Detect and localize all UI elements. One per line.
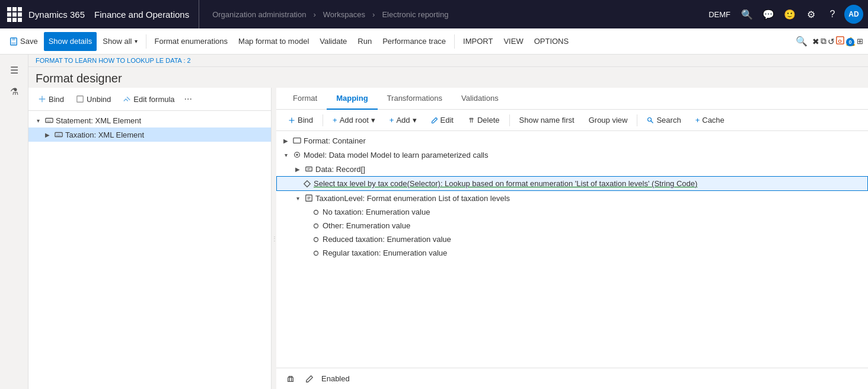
tab-format[interactable]: Format: [283, 88, 327, 110]
format-breadcrumb: FORMAT TO LEARN HOW TO LOOKUP LE DATA : …: [36, 57, 191, 64]
cross-icon[interactable]: ✖: [812, 37, 819, 46]
map-divider-1: [323, 114, 323, 126]
model-item-other[interactable]: Other: Enumeration value: [276, 219, 868, 232]
grid-icon[interactable]: ⊞: [857, 37, 863, 46]
page-title: Format designer: [36, 72, 861, 85]
company-code: DEMF: [709, 10, 730, 19]
breadcrumb-org[interactable]: Organization administration: [212, 10, 306, 19]
show-name-first-button[interactable]: Show name first: [515, 113, 579, 127]
model-item-model[interactable]: ▾ Model: Data model Model to learn param…: [276, 148, 868, 162]
svg-rect-5: [77, 96, 84, 103]
filter-icon[interactable]: ⚗: [4, 81, 25, 102]
tree-item-statement[interactable]: ▾ </> Statement: XML Element: [28, 113, 271, 127]
toolbar-divider-2: [454, 34, 455, 49]
run-button[interactable]: Run: [353, 32, 376, 51]
view-button[interactable]: VIEW: [499, 32, 528, 51]
add-plus-icon: +: [390, 116, 394, 125]
save-button[interactable]: Save: [5, 32, 43, 51]
validate-button[interactable]: Validate: [315, 32, 352, 51]
search-button[interactable]: Search: [642, 113, 685, 127]
enum-value-icon-1: [312, 208, 320, 216]
delete-button[interactable]: Delete: [463, 113, 505, 127]
edit-button[interactable]: Edit: [426, 113, 458, 127]
chat-icon[interactable]: 💬: [759, 5, 778, 24]
svg-rect-1: [12, 37, 15, 40]
refresh-icon[interactable]: ↺: [828, 37, 835, 46]
svg-point-10: [648, 117, 652, 121]
options-button[interactable]: OPTIONS: [529, 32, 574, 51]
main-layout: ☰ ⚗ FORMAT TO LEARN HOW TO LOOKUP LE DAT…: [0, 55, 868, 389]
taxationlevel-expand-icon[interactable]: ▾: [293, 193, 302, 203]
restore-icon[interactable]: ⧉: [821, 36, 826, 46]
bind-map-button[interactable]: Bind: [283, 113, 318, 127]
enum-value-icon-2: [312, 222, 320, 230]
right-panel: Format Mapping Transformations Validatio…: [276, 88, 868, 389]
tab-mapping[interactable]: Mapping: [327, 88, 377, 110]
data-expand-icon[interactable]: ▶: [293, 164, 302, 174]
smiley-icon[interactable]: 🙂: [780, 5, 799, 24]
import-button[interactable]: IMPORT: [458, 32, 497, 51]
bind-map-icon: [288, 117, 295, 124]
delete-bottom-icon: [286, 375, 295, 383]
breadcrumb-er[interactable]: Electronic reporting: [382, 10, 448, 19]
taxation-expand-icon[interactable]: ▶: [43, 130, 52, 139]
waffle-icon[interactable]: [5, 5, 24, 24]
hamburger-icon[interactable]: ☰: [4, 59, 25, 81]
performance-trace-button[interactable]: Performance trace: [378, 32, 451, 51]
breadcrumb: Organization administration › Workspaces…: [209, 10, 709, 19]
breadcrumb-sep2: ›: [372, 10, 375, 19]
model-item-data[interactable]: ▶ Data: Record[]: [276, 162, 868, 176]
help-icon[interactable]: ?: [823, 5, 842, 24]
model-expand-icon[interactable]: ▾: [281, 150, 291, 160]
search-nav-icon[interactable]: 🔍: [738, 5, 757, 24]
show-all-chevron-icon: ▾: [135, 38, 138, 44]
bind-left-button[interactable]: Bind: [33, 93, 69, 106]
model-item-taxationlevel[interactable]: ▾ TaxationLevel: Format enumeration List…: [276, 191, 868, 205]
cache-button[interactable]: + Cache: [691, 113, 729, 127]
brand-d365[interactable]: Dynamics 365: [28, 9, 85, 20]
tab-transformations[interactable]: Transformations: [378, 88, 452, 110]
group-view-button[interactable]: Group view: [584, 113, 633, 127]
add-root-button[interactable]: + Add root ▾: [328, 113, 380, 127]
unbind-button[interactable]: Unbind: [71, 93, 116, 106]
main-toolbar: Save Show details Show all ▾ Format enum…: [0, 28, 868, 55]
more-options-button[interactable]: ···: [182, 91, 194, 107]
model-item-notaxation[interactable]: No taxation: Enumeration value: [276, 205, 868, 219]
show-details-button[interactable]: Show details: [44, 32, 97, 51]
model-item-selector[interactable]: Select tax level by tax code(Selector): …: [276, 176, 868, 191]
resize-handle[interactable]: ⋮: [272, 88, 276, 389]
format-enumerations-button[interactable]: Format enumerations: [150, 32, 233, 51]
office-icon[interactable]: O: [836, 36, 844, 46]
search-map-icon: [647, 117, 654, 124]
delete-bottom-button[interactable]: [283, 372, 298, 386]
format-expand-icon[interactable]: ▶: [281, 136, 291, 145]
notification-icon[interactable]: 🔔 0: [845, 37, 856, 46]
settings-nav-icon[interactable]: ⚙: [802, 5, 821, 24]
statement-expand-icon[interactable]: ▾: [33, 116, 43, 125]
selector-icon: [303, 180, 311, 188]
model-item-format[interactable]: ▶ Format: Container: [276, 133, 868, 148]
tab-validations[interactable]: Validations: [452, 88, 508, 110]
svg-rect-12: [293, 138, 301, 144]
record-icon: [305, 165, 313, 173]
model-item-reduced[interactable]: Reduced taxation: Enumeration value: [276, 232, 868, 246]
add-button[interactable]: + Add ▾: [385, 113, 422, 127]
model-item-regular[interactable]: Regular taxation: Enumeration value: [276, 246, 868, 260]
toolbar-search-icon[interactable]: 🔍: [792, 32, 811, 51]
edit-bottom-button[interactable]: [302, 372, 317, 386]
user-avatar[interactable]: AD: [844, 5, 863, 24]
add-root-chevron-icon: ▾: [371, 116, 375, 125]
add-root-plus-icon: +: [333, 116, 337, 125]
tree-item-taxation[interactable]: ▶ </> Taxation: XML Element: [28, 127, 271, 142]
page-header: Format designer: [28, 67, 868, 88]
designer-layout: Bind Unbind Edit formula ··· ▾: [28, 88, 868, 389]
enum-value-icon-3: [312, 235, 320, 244]
breadcrumb-workspaces[interactable]: Workspaces: [323, 10, 365, 19]
delete-icon: [468, 117, 475, 124]
show-all-button[interactable]: Show all ▾: [98, 32, 142, 51]
svg-text:O: O: [838, 39, 842, 44]
status-text: Enabled: [321, 374, 350, 383]
map-format-to-model-button[interactable]: Map format to model: [234, 32, 314, 51]
edit-formula-button[interactable]: Edit formula: [118, 93, 179, 106]
mapping-toolbar: Bind + Add root ▾ + Add ▾: [276, 110, 868, 131]
